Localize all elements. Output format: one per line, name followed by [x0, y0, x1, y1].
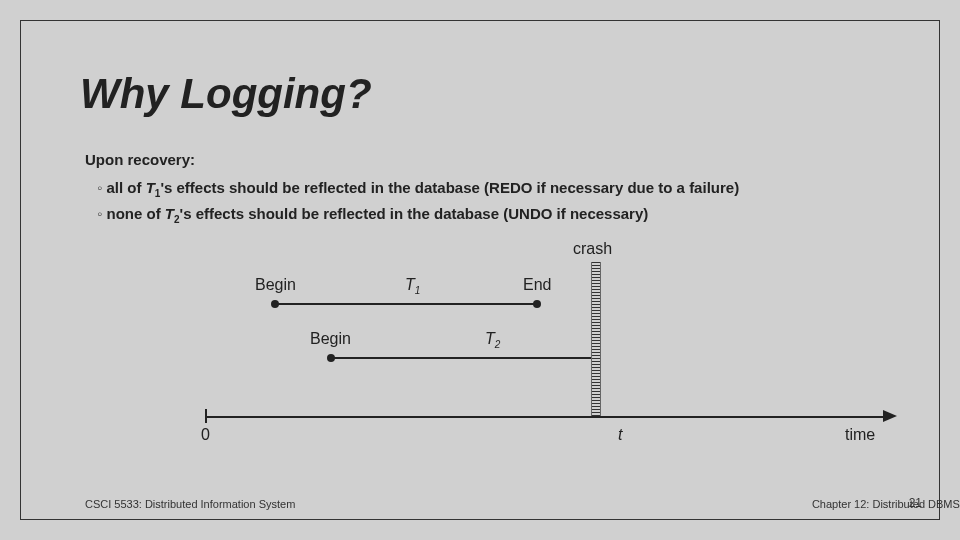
- bullet-1: all of T1's effects should be reflected …: [99, 176, 920, 202]
- t2-sub: 2: [495, 339, 501, 350]
- slide-title: Why Logging?: [80, 70, 372, 118]
- axis-t-label: t: [618, 426, 622, 444]
- t2-var: T: [485, 330, 495, 347]
- footer-right: Chapter 12: Distributed DBMS Reliability: [812, 498, 960, 510]
- bullet-2-pre: none of: [107, 205, 165, 222]
- bullet-2-var: T: [165, 205, 174, 222]
- t1-name: T1: [405, 276, 420, 296]
- footer: CSCI 5533: Distributed Information Syste…: [85, 498, 920, 510]
- bullet-2-post: 's effects should be reflected in the da…: [180, 205, 649, 222]
- bullet-1-post: 's effects should be reflected in the da…: [160, 179, 739, 196]
- crash-line: [591, 262, 601, 416]
- axis-zero-label: 0: [201, 426, 210, 444]
- page-number: 21: [909, 496, 922, 510]
- bullet-2: none of T2's effects should be reflected…: [99, 202, 920, 228]
- footer-left: CSCI 5533: Distributed Information Syste…: [85, 498, 295, 510]
- time-axis: [205, 416, 885, 418]
- slide: Why Logging? Upon recovery: all of T1's …: [0, 0, 960, 540]
- t2-name: T2: [485, 330, 500, 350]
- t1-var: T: [405, 276, 415, 293]
- t2-line: [331, 357, 591, 359]
- body-text: Upon recovery: all of T1's effects shoul…: [85, 148, 920, 228]
- t1-end-label: End: [523, 276, 551, 294]
- bullet-1-var: T: [146, 179, 155, 196]
- time-axis-arrowhead-icon: [883, 410, 897, 422]
- axis-time-label: time: [845, 426, 875, 444]
- t2-begin-label: Begin: [310, 330, 351, 348]
- crash-label: crash: [573, 240, 612, 258]
- t1-begin-label: Begin: [255, 276, 296, 294]
- timeline-diagram: crash Begin T1 End Begin T2 0 t time: [85, 240, 885, 470]
- t1-sub: 1: [415, 285, 421, 296]
- bullet-1-pre: all of: [107, 179, 146, 196]
- t1-line: [275, 303, 535, 305]
- t1-end-dot: [533, 300, 541, 308]
- recovery-intro: Upon recovery:: [85, 148, 920, 172]
